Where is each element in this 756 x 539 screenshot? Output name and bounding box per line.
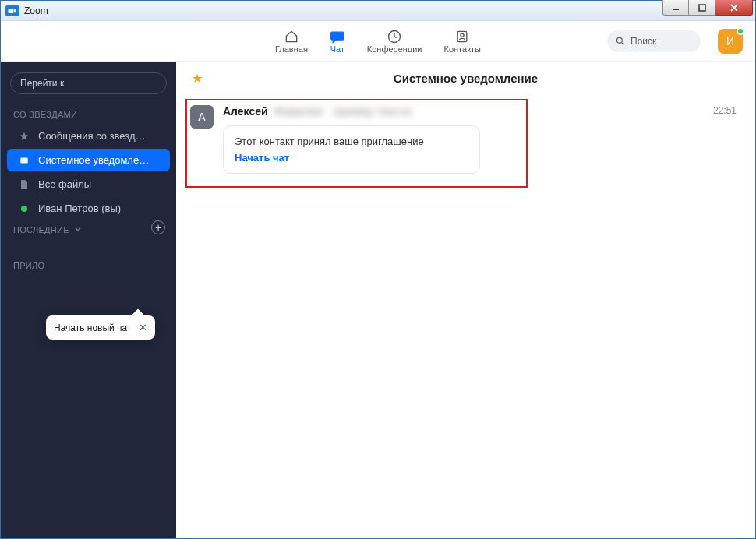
svg-rect-10 <box>20 157 27 163</box>
tooltip-text: Начать новый чат <box>54 322 131 333</box>
window-titlebar: Zoom <box>1 1 755 21</box>
nav-tab-meetings[interactable]: Конференции <box>367 29 422 54</box>
message-row: 22:51 А Алексей Фамилия пример текста Эт… <box>184 97 747 188</box>
star-filled-icon[interactable]: ★ <box>192 71 203 86</box>
top-nav: Главная Чат Конференции Контакты Поиск И <box>1 21 755 62</box>
chat-header: ★ Системное уведомление <box>176 62 755 94</box>
search-input[interactable]: Поиск <box>607 30 701 52</box>
new-chat-tooltip: Начать новый чат ✕ <box>46 315 155 340</box>
contacts-icon <box>454 29 470 44</box>
sender-name: Алексей <box>223 105 268 118</box>
svg-point-8 <box>616 37 622 43</box>
avatar-initial: А <box>198 111 205 123</box>
invite-card: Этот контакт принял ваше приглашение Нач… <box>223 125 480 174</box>
file-icon <box>18 179 30 190</box>
chevron-down-icon <box>74 226 82 234</box>
window-maximize-button[interactable] <box>689 0 715 16</box>
sidebar: Перейти к СО ЗВЕЗДАМИ Сообщения со звезд… <box>1 62 176 538</box>
presence-dot-icon <box>18 206 30 212</box>
nav-label: Конференции <box>367 44 422 54</box>
chat-icon <box>330 29 345 44</box>
nav-tab-chat[interactable]: Чат <box>330 29 345 54</box>
window-close-button[interactable] <box>715 0 753 16</box>
nav-tab-contacts[interactable]: Контакты <box>444 29 482 54</box>
svg-point-7 <box>461 33 464 37</box>
sidebar-item-starred-messages[interactable]: Сообщения со звезд… <box>7 125 170 147</box>
avatar-initial: И <box>726 35 734 48</box>
sidebar-item-label: Все файлы <box>38 178 91 190</box>
svg-rect-0 <box>9 9 14 13</box>
contact-card-icon <box>18 155 30 166</box>
add-chat-button[interactable]: + <box>151 220 165 234</box>
tooltip-close-button[interactable]: ✕ <box>139 322 147 333</box>
window-minimize-button[interactable] <box>662 0 689 16</box>
sidebar-item-system-notification[interactable]: Системное уведомле… <box>7 149 170 171</box>
section-apps-label: ПРИЛО <box>1 256 176 275</box>
sidebar-item-label: Системное уведомле… <box>38 154 149 166</box>
sidebar-item-self[interactable]: Иван Петров (вы) <box>7 197 170 220</box>
nav-label: Главная <box>275 44 308 54</box>
zoom-app-icon <box>5 5 19 16</box>
redacted-text: Фамилия пример текста <box>274 105 412 118</box>
sidebar-item-label: Иван Петров (вы) <box>38 203 121 214</box>
svg-line-9 <box>622 43 624 45</box>
chat-panel: ★ Системное уведомление 22:51 А Алексей … <box>176 62 755 538</box>
search-icon <box>615 36 626 47</box>
star-icon <box>18 131 30 142</box>
window-title: Zoom <box>24 5 48 16</box>
nav-tab-home[interactable]: Главная <box>275 29 308 54</box>
sidebar-item-label: Сообщения со звезд… <box>38 130 146 142</box>
nav-label: Чат <box>330 44 344 54</box>
home-icon <box>284 29 299 44</box>
jump-to-input[interactable]: Перейти к <box>10 72 167 94</box>
section-recent-label[interactable]: ПОСЛЕДНИЕ <box>1 220 176 239</box>
svg-rect-2 <box>699 5 705 11</box>
chat-title: Системное уведомление <box>394 72 538 85</box>
presence-indicator <box>737 27 744 35</box>
sender-avatar[interactable]: А <box>190 105 214 129</box>
message-timestamp: 22:51 <box>713 105 737 116</box>
clock-icon <box>387 29 402 44</box>
nav-label: Контакты <box>444 44 482 54</box>
user-avatar[interactable]: И <box>718 29 743 54</box>
start-chat-link[interactable]: Начать чат <box>235 152 289 164</box>
jump-to-placeholder: Перейти к <box>20 78 64 89</box>
sidebar-item-all-files[interactable]: Все файлы <box>7 173 170 196</box>
section-starred-label: СО ЗВЕЗДАМИ <box>1 105 176 124</box>
invite-text: Этот контакт принял ваше приглашение <box>235 136 468 147</box>
search-placeholder: Поиск <box>631 36 656 47</box>
